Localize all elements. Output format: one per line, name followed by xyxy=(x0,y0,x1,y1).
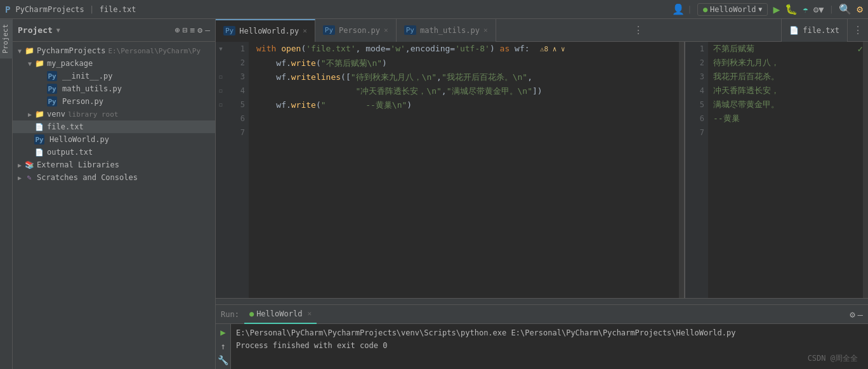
tab-mathutils[interactable]: Py math_utils.py ✕ xyxy=(397,19,496,42)
file-line-4: 冲天香阵透长安， xyxy=(713,84,863,98)
project-panel: Project ▼ ⊕ ⊟ ≡ ⚙ — ▼ 📁 PycharmProjects … xyxy=(13,19,216,369)
settings-icon[interactable]: ⚙ xyxy=(857,3,863,15)
file-line-6: --黄巢 xyxy=(713,112,863,126)
tab-person[interactable]: Py Person.py ✕ xyxy=(315,19,397,42)
tree-person-py[interactable]: Py Person.py xyxy=(13,95,215,108)
tree-external-libs[interactable]: ▶ 📚 External Libraries xyxy=(13,159,215,171)
more-run-button[interactable]: ⚙▼ xyxy=(813,4,824,15)
project-sidebar-tab[interactable]: Project xyxy=(0,19,13,58)
fold-1[interactable]: ▼ xyxy=(216,42,226,56)
left-mini-scroll[interactable] xyxy=(679,42,684,298)
project-tree: ▼ 📁 PycharmProjects E:\Personal\PyCharm\… xyxy=(13,42,215,369)
run-tools: ▶ ↑ 🔧 ↓ ≡ xyxy=(216,324,231,369)
watermark: CSDN @周全全 xyxy=(808,353,858,364)
person-py-icon: Py xyxy=(47,96,57,107)
tab-math-label: math_utils.py xyxy=(420,26,480,35)
code-line-5: wf.write(" --黄巢\n") xyxy=(254,98,674,112)
root-arrow: ▼ xyxy=(15,48,24,55)
run-command: E:\Personal\PyCharm\PycharmProjects\venv… xyxy=(236,327,863,339)
left-gutter: ▼ ◻ ◻ ◻ xyxy=(216,42,226,298)
sidebar-strip: Project xyxy=(0,19,13,369)
run-helloworld-tab[interactable]: ● HelloWorld ✕ xyxy=(244,305,317,324)
run-body: ▶ ↑ 🔧 ↓ ≡ E:\Personal\PyCharm\PycharmPro… xyxy=(216,324,868,369)
run-tab-label: HelloWorld xyxy=(256,309,302,318)
run-config-selector[interactable]: ● HelloWorld ▼ xyxy=(697,3,768,16)
run-tab-close[interactable]: ✕ xyxy=(307,309,312,318)
left-editor-code[interactable]: with open('file.txt', mode='w',encoding=… xyxy=(249,42,679,298)
tab-helloworld[interactable]: Py HelloWorld.py ✕ xyxy=(216,19,315,42)
run-output: Process finished with exit code 0 xyxy=(236,339,863,352)
file-line-5-text: 满城尽带黄金甲。 xyxy=(713,100,779,109)
venv-folder-icon: 📁 xyxy=(34,109,44,119)
run-tab-icon: ● xyxy=(249,309,254,318)
tree-output-txt[interactable]: 📄 output.txt xyxy=(13,146,215,159)
title-separator: | xyxy=(89,4,95,14)
run-up-btn[interactable]: ↑ xyxy=(218,340,229,352)
file-line-2-text: 待到秋来九月八， xyxy=(713,58,779,67)
gear-icon[interactable]: ⚙ xyxy=(197,25,202,35)
tab-bar: Py HelloWorld.py ✕ Py Person.py ✕ Py mat… xyxy=(216,19,868,42)
tree-venv[interactable]: ▶ 📁 venv library root xyxy=(13,108,215,120)
run-wrench-btn[interactable]: 🔧 xyxy=(218,354,229,366)
app-title: PyCharmProjects xyxy=(15,5,84,14)
run-content: E:\Personal\PyCharm\PycharmProjects\venv… xyxy=(231,324,868,354)
titlebar: P PyCharmProjects | file.txt 👤 | ● Hello… xyxy=(0,0,868,19)
tree-scratches[interactable]: ▶ ✎ Scratches and Consoles xyxy=(13,171,215,184)
mypackage-folder-icon: 📁 xyxy=(34,58,44,68)
fold-3[interactable]: ◻ xyxy=(216,70,226,84)
right-mini-scroll[interactable] xyxy=(863,42,868,298)
tree-file-txt[interactable]: 📄 file.txt xyxy=(13,120,215,133)
run-button[interactable]: ▶ xyxy=(773,3,780,16)
tab-math-close[interactable]: ✕ xyxy=(483,26,488,34)
code-line-2: wf.write("不第后赋菊\n") xyxy=(254,56,674,70)
project-header-title: Project xyxy=(18,25,53,35)
run-settings-icon[interactable]: ⚙ xyxy=(850,309,855,320)
new-icon[interactable]: ⊕ xyxy=(175,25,180,35)
tree-math-utils-py[interactable]: Py math_utils.py xyxy=(13,82,215,95)
separator-icon: | xyxy=(687,4,692,14)
tree-root[interactable]: ▼ 📁 PycharmProjects E:\Personal\PyCharm\… xyxy=(13,44,215,57)
run-play-btn[interactable]: ▶ xyxy=(218,327,229,338)
code-line-4: "冲天香阵透长安，\n","满城尽带黄金甲。\n"]) xyxy=(254,84,674,98)
tab-person-close[interactable]: ✕ xyxy=(384,26,388,34)
right-editor-code[interactable]: 不第后赋菊 ✓ 待到秋来九月八， 我花开后百花杀。 冲天香阵透长安， 满城尽带黄… xyxy=(708,42,863,298)
run-minimize-icon[interactable]: — xyxy=(858,309,863,320)
line-number-gutter: 1 2 3 4 5 6 7 xyxy=(226,42,249,298)
tab-person-icon: Py xyxy=(323,25,335,35)
tab-hw-icon: Py xyxy=(223,26,235,36)
profile-icon[interactable]: 👤 xyxy=(672,3,685,15)
debug-button[interactable]: 🐛 xyxy=(785,3,798,15)
project-panel-header: Project ▼ ⊕ ⊟ ≡ ⚙ — xyxy=(13,19,215,42)
tree-helloworld-py[interactable]: Py HelloWorld.py xyxy=(13,133,215,146)
h-scrollbar[interactable] xyxy=(216,298,868,304)
file-title: file.txt xyxy=(100,5,136,14)
venv-arrow: ▶ xyxy=(25,111,34,118)
search-icon[interactable]: 🔍 xyxy=(839,3,852,15)
right-tab-more[interactable]: ⋮ xyxy=(847,19,868,42)
fold-5[interactable]: ◻ xyxy=(216,98,226,112)
extlibs-icon: 📚 xyxy=(24,160,34,170)
tree-my-package[interactable]: ▼ 📁 my_package xyxy=(13,57,215,70)
coverage-button[interactable]: ☂ xyxy=(803,4,808,15)
tab-math-icon: Py xyxy=(404,25,416,35)
file-txt-tab[interactable]: 📄 file.txt xyxy=(781,19,847,42)
expand-icon[interactable]: ≡ xyxy=(190,25,195,35)
code-line-1: with open('file.txt', mode='w',encoding=… xyxy=(254,42,674,56)
output-txt-icon: 📄 xyxy=(34,147,44,157)
file-txt-tab-label: file.txt xyxy=(803,26,839,35)
editor-area: Py HelloWorld.py ✕ Py Person.py ✕ Py mat… xyxy=(216,19,868,369)
file-txt-icon: 📄 xyxy=(34,122,44,132)
tab-hw-close[interactable]: ✕ xyxy=(303,27,307,35)
tree-init-py[interactable]: Py __init__.py xyxy=(13,70,215,82)
collapse-icon[interactable]: ⊟ xyxy=(183,25,188,35)
file-line-3: 我花开后百花杀。 xyxy=(713,70,863,84)
file-line-3-text: 我花开后百花杀。 xyxy=(713,72,779,81)
project-dropdown-arrow[interactable]: ▼ xyxy=(56,27,60,34)
tab-more-button[interactable]: ⋮ xyxy=(628,24,648,36)
fold-7 xyxy=(216,126,226,139)
file-line-4-text: 冲天香阵透长安， xyxy=(713,86,779,95)
close-panel-icon[interactable]: — xyxy=(205,25,210,35)
fold-4[interactable]: ◻ xyxy=(216,84,226,98)
run-panel: Run: ● HelloWorld ✕ ⚙ — ▶ ↑ 🔧 ↓ xyxy=(216,304,868,369)
vcs-icon: | xyxy=(829,4,834,14)
